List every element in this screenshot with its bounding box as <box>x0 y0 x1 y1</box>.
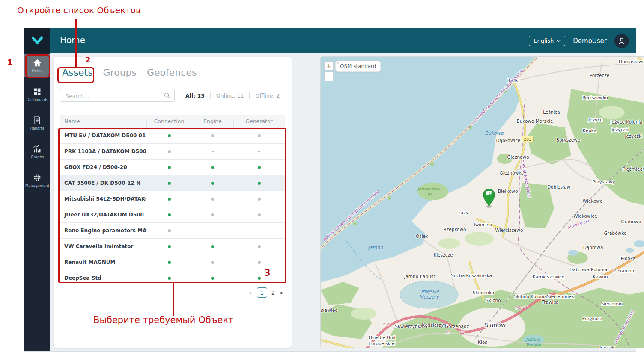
annotation-step-2: 2 <box>85 55 91 64</box>
annotation-box-assets <box>57 67 94 83</box>
sidebar-item-label: Reports <box>30 126 45 130</box>
map-canvas: DomasławicePorzeczeZagórDąbkiPęciszewkoL… <box>321 57 644 348</box>
map-label: Jeżyczki Kolonia <box>624 133 644 139</box>
map-label: Leśnica <box>543 109 560 115</box>
map-label: Sianów <box>484 322 506 328</box>
sidebar-item-graphs[interactable]: Graphs <box>24 140 50 163</box>
map-label: Las <box>425 192 433 196</box>
search-box <box>60 89 175 102</box>
annotation-line-bottom <box>173 283 174 316</box>
map-label: Wiekowo <box>583 198 603 204</box>
page-title: Home <box>60 35 85 45</box>
annotation-step-3: 3 <box>264 268 271 278</box>
map-label: Bielkowo <box>498 189 518 194</box>
map-zoom-out-button[interactable]: − <box>324 72 334 81</box>
map-label: Dobiesław <box>547 184 570 189</box>
map-label: Jeżyce Kolonia <box>610 119 643 124</box>
page-2-button[interactable]: 2 <box>271 290 275 296</box>
map-layer-selector[interactable]: OSM standard <box>335 61 381 72</box>
map-label: Moczory <box>419 294 439 300</box>
sidebar-item-label: Graphs <box>31 155 44 159</box>
sidebar-item-label: Management <box>25 183 49 188</box>
column-name: Name <box>60 118 146 124</box>
map-label: Kleszcze <box>434 252 453 257</box>
map-layer-label: OSM standard <box>340 63 376 69</box>
map-label: Płonka <box>621 256 636 261</box>
annotation-select-object-text: Выберите требуемый Объект <box>93 315 233 325</box>
page-next-button[interactable]: > <box>279 290 284 296</box>
tab-geofences[interactable]: Geofences <box>147 67 197 78</box>
table-header: Name Connection Engine Generator <box>60 115 285 128</box>
annotation-step-1: 1 <box>7 58 13 67</box>
language-label: English <box>534 38 554 44</box>
map-label: Pękanino <box>614 268 634 273</box>
map-label: Pęciszewko <box>582 95 608 100</box>
map-label: Topiele <box>526 343 541 348</box>
user-name[interactable]: DemoUser <box>573 37 607 45</box>
map-label: Krzykacz <box>582 316 602 321</box>
chevron-down-icon <box>336 61 340 64</box>
map-label: Sucha Koszalińska <box>451 273 492 278</box>
map-label: 203 <box>524 137 531 142</box>
app-logo[interactable] <box>24 28 50 53</box>
map-label: 25 <box>445 330 451 334</box>
map-label: Rzepkowo <box>443 227 466 232</box>
tab-groups[interactable]: Groups <box>103 67 137 78</box>
sidebar-item-dashboards[interactable]: Dashboards <box>24 83 50 106</box>
map-label: Dąbrowa Kolonia <box>569 267 607 272</box>
map-label: Bukowo <box>485 130 504 136</box>
map-label: Osieki <box>416 234 429 239</box>
filter-offline[interactable]: Offline: 2 <box>255 92 280 99</box>
map-label: Skibno Kolonia <box>514 294 547 299</box>
map-label: Kawno <box>593 274 608 279</box>
map-label: Dąbkowice <box>496 138 520 143</box>
map-label: Dąbrowa <box>583 245 603 250</box>
annotation-open-list-text: Откройте список Объектов <box>17 5 141 15</box>
map-label: 268 <box>515 306 522 310</box>
map-zoom-in-button[interactable]: + <box>324 61 334 71</box>
map-label: Jeżyce <box>588 117 603 122</box>
annotation-box-home <box>25 54 50 78</box>
map-label: Pięćmiechowo <box>623 166 644 172</box>
page-1-button[interactable]: 1 <box>257 287 267 298</box>
map-label: Sieciemin <box>601 301 623 306</box>
map-label: Jamno <box>367 245 384 250</box>
map-label: 26 <box>523 305 528 310</box>
chevron-down-icon <box>557 40 561 42</box>
annotation-box-table <box>58 128 286 283</box>
search-input[interactable] <box>65 90 161 102</box>
map-label: Bukowo Morskie <box>516 118 553 124</box>
map-label: 25 <box>459 330 465 334</box>
map-label: Iwięcino <box>474 222 492 227</box>
map-label: Grabówko <box>604 231 627 236</box>
sidebar-item-management[interactable]: Management <box>24 169 50 192</box>
map-label: Gorzebądz <box>445 324 469 329</box>
annotation-line-top <box>75 19 77 67</box>
map-label: Karnieszewice <box>533 274 564 279</box>
map-label: Kępka <box>583 128 596 133</box>
graphs-icon <box>33 145 42 153</box>
person-icon <box>618 37 626 45</box>
language-selector[interactable]: English <box>529 36 565 46</box>
chevron-logo-icon <box>30 35 45 47</box>
map[interactable]: DomasławicePorzeczeZagórDąbkiPęciszewkoL… <box>321 57 644 348</box>
page-prev-button[interactable]: < <box>248 290 253 296</box>
sidebar-item-label: Dashboards <box>27 98 48 102</box>
dashboards-icon <box>33 87 42 96</box>
management-icon <box>33 173 42 182</box>
map-label: Gleżnówko <box>500 170 524 175</box>
divider <box>249 92 250 99</box>
filter-online[interactable]: Online: 11 <box>216 92 244 99</box>
status-filters: All: 13 Online: 11 Offline: 2 <box>185 92 280 99</box>
filter-all[interactable]: All: 13 <box>185 92 205 99</box>
sidebar-item-reports[interactable]: Reports <box>24 112 50 135</box>
map-label: Skwierzynka <box>395 324 423 329</box>
divider <box>210 92 211 99</box>
map-label: Gleżnowo <box>507 154 529 160</box>
map-label: Przytok <box>598 345 615 348</box>
avatar[interactable] <box>614 34 629 48</box>
reports-icon <box>33 116 41 124</box>
map-label: Wierciszewo <box>495 228 523 233</box>
map-label: Jeżyczki <box>611 127 629 132</box>
map-label: Porzecze <box>590 73 609 78</box>
